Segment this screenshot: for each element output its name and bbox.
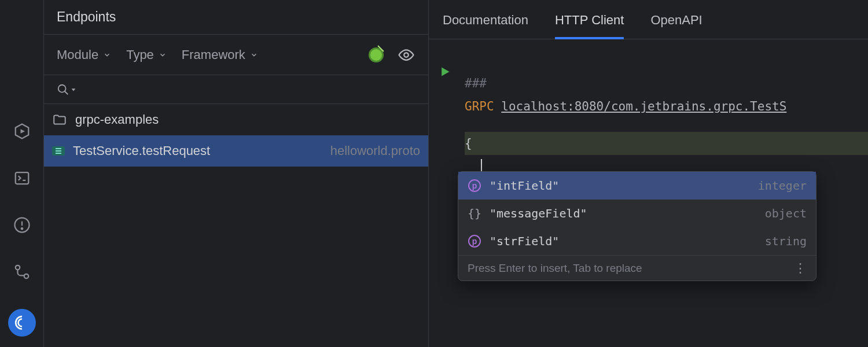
svg-rect-2 [15, 172, 28, 184]
tree-folder-label: grpc-examples [75, 112, 159, 127]
search-icon [57, 83, 69, 96]
completion-label: "messageField" [490, 206, 587, 220]
property-icon: p [468, 179, 481, 193]
tree-endpoint-row[interactable]: TestService.testRequest helloworld.proto [44, 135, 428, 167]
filter-label: Type [126, 47, 154, 62]
search-bar[interactable] [44, 75, 428, 104]
visibility-icon[interactable] [397, 46, 415, 64]
filter-label: Framework [182, 47, 245, 62]
vcs-icon[interactable] [12, 262, 32, 281]
filter-label: Module [57, 47, 98, 62]
services-icon[interactable] [12, 121, 32, 141]
panel-title: Endpoints [44, 0, 428, 35]
chevron-down-icon [103, 51, 111, 59]
tree-folder-row[interactable]: grpc-examples [44, 104, 428, 135]
svg-point-7 [24, 274, 28, 278]
run-icon[interactable] [439, 66, 451, 80]
completion-type: string [765, 234, 807, 248]
request-separator: ### [465, 76, 487, 90]
svg-point-8 [404, 53, 409, 57]
terminal-icon[interactable] [12, 168, 32, 187]
completion-label: "strField" [490, 234, 559, 248]
completion-label: "intField" [490, 179, 559, 193]
endpoint-label: TestService.testRequest [73, 143, 210, 158]
details-panel: Documentation HTTP Client OpenAPI ### GR… [428, 0, 868, 347]
filter-framework[interactable]: Framework [182, 47, 258, 62]
tab-openapi[interactable]: OpenAPI [650, 13, 702, 39]
refresh-icon[interactable] [367, 46, 385, 64]
filter-bar: Module Type Framework [44, 35, 428, 75]
svg-point-6 [15, 265, 20, 270]
endpoint-file-hint: helloworld.proto [330, 143, 420, 158]
kebab-icon[interactable]: ⋮ [794, 266, 807, 271]
completion-item[interactable]: p "intField" integer [458, 172, 816, 200]
svg-line-10 [65, 91, 68, 94]
json-open-brace: { [465, 136, 472, 150]
completion-item[interactable]: p "strField" string [458, 227, 816, 255]
tab-documentation[interactable]: Documentation [443, 13, 528, 39]
chevron-down-icon [159, 51, 167, 59]
svg-point-5 [21, 228, 23, 230]
completion-item[interactable]: {} "messageField" object [458, 200, 816, 227]
request-url: localhost:8080/com.jetbrains.grpc.TestS [501, 99, 786, 113]
completion-popup: p "intField" integer {} "messageField" o… [458, 171, 816, 281]
chevron-down-icon [250, 51, 258, 59]
filter-type[interactable]: Type [126, 47, 167, 62]
svg-marker-12 [442, 68, 449, 76]
tab-bar: Documentation HTTP Client OpenAPI [429, 0, 868, 39]
rail-badge[interactable] [8, 309, 36, 337]
property-icon: p [468, 234, 481, 248]
tool-window-rail [0, 0, 43, 347]
completion-type: integer [758, 179, 807, 193]
editor-gutter [429, 39, 461, 347]
request-method: GRPC [465, 99, 494, 113]
completion-type: object [765, 206, 807, 220]
http-client-editor[interactable]: ### GRPC localhost:8080/com.jetbrains.gr… [429, 39, 868, 347]
svg-point-9 [58, 84, 66, 92]
svg-marker-1 [20, 129, 25, 134]
filter-module[interactable]: Module [57, 47, 111, 62]
problems-icon[interactable] [12, 215, 32, 234]
completion-footer: Press Enter to insert, Tab to replace ⋮ [458, 255, 816, 280]
folder-icon [52, 112, 67, 127]
object-icon: {} [468, 206, 481, 220]
endpoints-panel: Endpoints Module Type Framework [43, 0, 428, 347]
completion-hint: Press Enter to insert, Tab to replace [468, 262, 642, 275]
tab-http-client[interactable]: HTTP Client [555, 13, 624, 39]
svg-marker-11 [72, 88, 76, 91]
chevron-down-icon [71, 87, 76, 93]
grpc-method-icon [52, 146, 65, 156]
